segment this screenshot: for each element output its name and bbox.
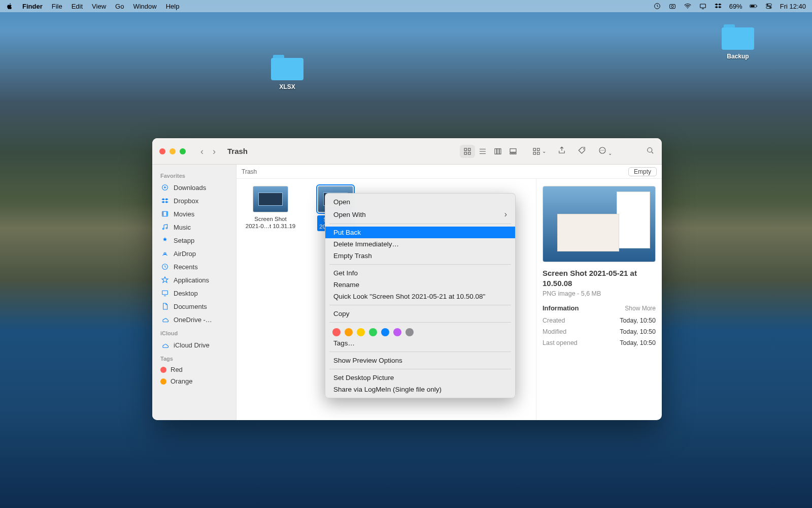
- menubar-clock[interactable]: Fri 12:40: [780, 3, 806, 10]
- preview-meta: PNG image - 5,6 MB: [543, 290, 656, 297]
- ctx-delete-immediately[interactable]: Delete Immediately…: [325, 238, 515, 250]
- view-list[interactable]: [475, 145, 490, 158]
- group-by-button[interactable]: ⌄: [532, 147, 546, 156]
- menu-window[interactable]: Window: [133, 3, 156, 10]
- apple-menu-icon[interactable]: [6, 3, 13, 10]
- sidebar-item-downloads[interactable]: Downloads: [152, 181, 236, 194]
- dropbox-icon: [160, 196, 170, 205]
- sidebar-item-music[interactable]: Music: [152, 220, 236, 234]
- sidebar-item-recents[interactable]: Recents: [152, 260, 236, 273]
- ctx-separator: [329, 264, 511, 265]
- tag-color-yellow[interactable]: [357, 328, 365, 336]
- sidebar-item-label: Documents: [174, 303, 207, 310]
- share-button[interactable]: [557, 146, 566, 156]
- sidebar-tag-orange[interactable]: Orange: [152, 375, 236, 387]
- info-row: ModifiedToday, 10:50: [543, 326, 656, 337]
- svg-rect-1: [669, 5, 675, 9]
- sidebar-item-movies[interactable]: Movies: [152, 207, 236, 220]
- ctx-empty-trash[interactable]: Empty Trash: [325, 250, 515, 262]
- ctx-set-desktop-picture[interactable]: Set Desktop Picture: [325, 372, 515, 384]
- context-menu: Open Open With Put Back Delete Immediate…: [325, 193, 516, 398]
- app-name[interactable]: Finder: [22, 3, 43, 10]
- tag-color-blue[interactable]: [381, 328, 389, 336]
- sidebar-item-airdrop[interactable]: AirDrop: [152, 247, 236, 260]
- menu-view[interactable]: View: [92, 3, 106, 10]
- clock-menu-icon[interactable]: [653, 2, 661, 10]
- ctx-copy[interactable]: Copy: [325, 308, 515, 320]
- battery-icon[interactable]: [750, 2, 758, 10]
- ctx-tags[interactable]: Tags…: [325, 337, 515, 349]
- tag-color-red[interactable]: [332, 328, 341, 336]
- sidebar-item-desktop[interactable]: Desktop: [152, 287, 236, 300]
- ctx-quick-look[interactable]: Quick Look "Screen Shot 2021-05-21 at 10…: [325, 291, 515, 302]
- dropbox-icon[interactable]: [714, 2, 722, 10]
- airdrop-icon: [160, 249, 170, 258]
- svg-rect-23: [533, 148, 536, 151]
- nav-forward-button[interactable]: ›: [209, 147, 219, 156]
- svg-point-31: [603, 150, 604, 151]
- wifi-icon[interactable]: [684, 2, 692, 10]
- window-title: Trash: [227, 147, 248, 155]
- display-icon[interactable]: [699, 2, 707, 10]
- svg-rect-16: [495, 148, 497, 154]
- menu-file[interactable]: File: [52, 3, 62, 10]
- download-icon: [160, 183, 170, 192]
- svg-rect-19: [510, 148, 516, 152]
- desktop-folder-xlsx[interactable]: XLSX: [262, 55, 313, 90]
- sidebar-item-setapp[interactable]: Setapp: [152, 234, 236, 247]
- tag-dot-icon: [160, 367, 166, 373]
- sidebar-favorites-title: Favorites: [152, 169, 236, 181]
- tag-color-purple[interactable]: [393, 328, 401, 336]
- tags-button[interactable]: [578, 146, 587, 156]
- preview-show-more[interactable]: Show More: [625, 305, 656, 312]
- sidebar-tag-red[interactable]: Red: [152, 364, 236, 375]
- tag-color-gray[interactable]: [405, 328, 414, 336]
- sidebar-item-label: Downloads: [174, 184, 206, 192]
- sidebar-item-icloud-drive[interactable]: iCloud Drive: [152, 338, 236, 352]
- menu-help[interactable]: Help: [166, 3, 180, 10]
- desktop-folder-backup[interactable]: Backup: [713, 24, 763, 60]
- desktop-icon: [160, 289, 170, 298]
- empty-trash-button[interactable]: Empty: [628, 167, 657, 176]
- ctx-share-logmein[interactable]: Share via LogMeIn (Single file only): [325, 384, 515, 395]
- view-columns[interactable]: [490, 145, 505, 158]
- zoom-button[interactable]: [180, 148, 186, 154]
- view-gallery[interactable]: [505, 145, 521, 158]
- control-center-icon[interactable]: [765, 2, 773, 10]
- camera-icon[interactable]: [668, 2, 676, 10]
- sidebar-item-onedrive[interactable]: OneDrive -…: [152, 313, 236, 326]
- file-grid[interactable]: Screen Shot2021-0…t 10.31.19 Screen S202…: [236, 179, 536, 420]
- sidebar-item-documents[interactable]: Documents: [152, 300, 236, 313]
- view-icon-grid[interactable]: [460, 145, 475, 158]
- svg-rect-25: [533, 152, 536, 154]
- setapp-icon: [160, 236, 170, 245]
- sidebar-item-label: Orange: [171, 377, 192, 385]
- nav-back-button[interactable]: ‹: [197, 147, 207, 156]
- sidebar-item-dropbox[interactable]: Dropbox: [152, 194, 236, 207]
- svg-rect-13: [468, 148, 471, 151]
- menu-go[interactable]: Go: [115, 3, 124, 10]
- menu-edit[interactable]: Edit: [72, 3, 83, 10]
- tag-color-orange[interactable]: [345, 328, 353, 336]
- ctx-rename[interactable]: Rename: [325, 279, 515, 291]
- close-button[interactable]: [159, 148, 165, 154]
- sidebar-item-label: OneDrive -…: [174, 316, 212, 324]
- ctx-show-preview-options[interactable]: Show Preview Options: [325, 355, 515, 366]
- preview-info-label: Information: [543, 304, 579, 312]
- svg-point-32: [648, 148, 652, 152]
- path-bar: Trash Empty: [236, 165, 662, 179]
- file-item[interactable]: Screen Shot2021-0…t 10.31.19: [244, 186, 297, 230]
- sidebar-item-applications[interactable]: Applications: [152, 273, 236, 287]
- ctx-open[interactable]: Open: [325, 196, 515, 208]
- actions-button[interactable]: ⌄: [598, 146, 612, 156]
- finder-content: Trash Empty Screen Shot2021-0…t 10.31.19…: [236, 165, 662, 420]
- minimize-button[interactable]: [170, 148, 176, 154]
- sidebar-item-label: Red: [171, 366, 183, 373]
- tag-color-green[interactable]: [369, 328, 377, 336]
- svg-rect-14: [464, 152, 467, 154]
- ctx-put-back[interactable]: Put Back: [325, 227, 515, 238]
- ctx-get-info[interactable]: Get Info: [325, 267, 515, 279]
- search-button[interactable]: [646, 146, 655, 156]
- ctx-open-with[interactable]: Open With: [325, 208, 515, 221]
- svg-point-3: [687, 8, 688, 9]
